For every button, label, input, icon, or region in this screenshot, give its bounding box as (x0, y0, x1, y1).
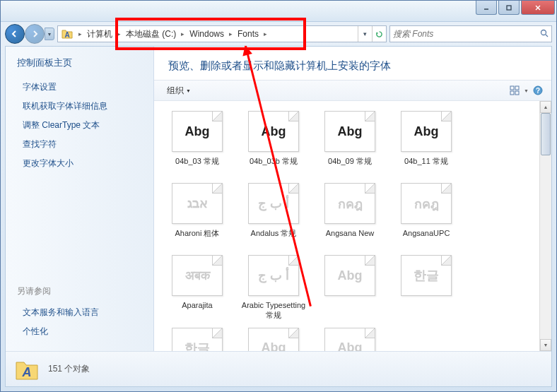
font-sample: กคฎ (414, 194, 439, 214)
help-button[interactable]: ? (532, 84, 544, 97)
chevron-right-icon[interactable]: ▸ (179, 30, 187, 37)
font-item[interactable]: अबकAparajita (161, 255, 233, 321)
scroll-thumb[interactable] (541, 113, 551, 155)
sidebar-link-find-char[interactable]: 查找字符 (17, 135, 142, 154)
crumb-drive-c[interactable]: 本地磁盘 (C:) (123, 26, 179, 42)
organize-button[interactable]: 组织 ▼ (161, 83, 197, 99)
address-bar: ▼ A ▸ 计算机 ▸ 本地磁盘 (C:) ▸ Windows ▸ Fonts … (1, 22, 556, 46)
crumb-windows[interactable]: Windows (187, 26, 227, 42)
search-icon[interactable] (540, 29, 549, 40)
font-label: AngsanaUPC (403, 228, 450, 248)
svg-rect-7 (510, 86, 514, 90)
address-dropdown[interactable]: ▾ (358, 26, 372, 42)
svg-rect-1 (507, 6, 511, 10)
svg-rect-8 (515, 86, 519, 90)
font-label: 04b_03 常规 (175, 156, 219, 176)
crumb-fonts[interactable]: Fonts (235, 26, 262, 42)
font-thumbnail: Abg (324, 255, 375, 296)
refresh-button[interactable] (372, 26, 386, 42)
font-label: Aparajita (182, 300, 212, 320)
font-label: Andalus 常规 (251, 228, 297, 248)
font-item[interactable]: Abg (238, 328, 310, 351)
crumb-computer[interactable]: 计算机 (84, 26, 115, 42)
nav-history-dropdown[interactable]: ▼ (45, 28, 54, 40)
font-grid: Abg04b_03 常规Abg04b_03b 常规Abg04b_09 常规Abg… (154, 101, 539, 351)
svg-rect-9 (510, 91, 514, 95)
sidebar-link-text-services[interactable]: 文本服务和输入语言 (17, 303, 142, 322)
font-thumbnail: กคฎ (401, 183, 452, 224)
font-item[interactable]: Abg (314, 255, 386, 321)
page-title: 预览、删除或者显示和隐藏计算机上安装的字体 (168, 59, 537, 73)
page-fold-icon (288, 112, 298, 121)
scroll-track[interactable] (540, 113, 551, 339)
sidebar: 控制面板主页 字体设置 联机获取字体详细信息 调整 ClearType 文本 查… (6, 47, 154, 351)
font-thumbnail: 한글 (401, 255, 452, 296)
font-item[interactable]: Abg04b_03b 常规 (238, 111, 310, 176)
status-count: 151 个对象 (48, 363, 90, 375)
font-item[interactable]: กคฎAngsana New (314, 183, 386, 248)
font-item[interactable]: Abg04b_09 常规 (314, 111, 386, 176)
font-item[interactable]: אבגAharoni 粗体 (161, 183, 233, 248)
font-thumbnail: Abg (172, 111, 223, 152)
explorer-window: ▼ A ▸ 计算机 ▸ 本地磁盘 (C:) ▸ Windows ▸ Fonts … (0, 0, 557, 392)
view-options-button[interactable] (508, 84, 521, 97)
svg-text:A: A (64, 31, 69, 39)
font-sample: Abg (338, 268, 363, 283)
sidebar-link-personalization[interactable]: 个性化 (17, 322, 142, 341)
scroll-down-button[interactable]: ▼ (540, 339, 551, 351)
font-item[interactable]: Abg04b_03 常规 (161, 111, 233, 176)
page-fold-icon (212, 256, 222, 266)
back-button[interactable] (5, 24, 25, 44)
window-buttons (476, 1, 556, 15)
chevron-down-icon[interactable]: ▼ (521, 88, 532, 93)
sidebar-link-online-fonts[interactable]: 联机获取字体详细信息 (17, 97, 142, 116)
font-thumbnail: أ ب ج (248, 255, 299, 296)
page-fold-icon (441, 112, 451, 121)
page-fold-icon (212, 184, 222, 194)
nav-buttons: ▼ (5, 24, 54, 44)
toolbar: 组织 ▼ ▼ ? (154, 80, 551, 101)
search-input[interactable] (393, 29, 540, 39)
chevron-right-icon[interactable]: ▸ (227, 30, 235, 37)
font-label: 04b_11 常规 (404, 156, 448, 176)
font-label: Arabic Typesetting 常规 (238, 300, 310, 321)
chevron-down-icon: ▼ (186, 88, 191, 93)
page-fold-icon (288, 328, 298, 338)
chevron-right-icon[interactable]: ▸ (262, 30, 269, 37)
sidebar-link-cleartype[interactable]: 调整 ClearType 文本 (17, 116, 142, 135)
content-area: 控制面板主页 字体设置 联机获取字体详细信息 调整 ClearType 文本 查… (6, 47, 551, 351)
font-sample: أ ب ج (258, 268, 289, 283)
svg-text:A: A (22, 365, 32, 379)
font-sample: Abg (338, 124, 363, 139)
font-thumbnail: Abg (324, 328, 375, 351)
chevron-right-icon[interactable]: ▸ (115, 30, 123, 37)
font-item[interactable]: 한글 (161, 328, 233, 351)
page-fold-icon (288, 184, 298, 194)
font-sample: กคฎ (338, 194, 363, 214)
page-fold-icon (365, 112, 375, 121)
font-label: 04b_09 常规 (328, 156, 372, 176)
font-item[interactable]: Abg (314, 328, 386, 351)
sidebar-link-font-settings[interactable]: 字体设置 (17, 78, 142, 97)
page-fold-icon (212, 112, 222, 121)
font-item[interactable]: أ ب جAndalus 常规 (238, 183, 310, 248)
scroll-up-button[interactable]: ▲ (540, 101, 551, 113)
font-item[interactable]: กคฎAngsanaUPC (390, 183, 462, 248)
maximize-button[interactable] (498, 1, 520, 15)
chevron-right-icon[interactable]: ▸ (76, 30, 84, 37)
font-item[interactable]: Abg04b_11 常规 (390, 111, 462, 176)
breadcrumb-bar[interactable]: A ▸ 计算机 ▸ 本地磁盘 (C:) ▸ Windows ▸ Fonts ▸ … (57, 25, 387, 42)
main-header: 预览、删除或者显示和隐藏计算机上安装的字体 (154, 47, 551, 80)
forward-button[interactable] (25, 24, 45, 44)
page-fold-icon (365, 184, 375, 194)
font-item[interactable]: 한글 (390, 255, 462, 321)
close-button[interactable] (521, 1, 555, 15)
font-thumbnail: أ ب ج (248, 183, 299, 224)
search-box[interactable] (389, 25, 552, 42)
scrollbar[interactable]: ▲ ▼ (539, 101, 551, 351)
sidebar-link-font-size[interactable]: 更改字体大小 (17, 154, 142, 173)
sidebar-title[interactable]: 控制面板主页 (17, 57, 142, 69)
font-label: Aharoni 粗体 (175, 228, 220, 248)
font-thumbnail: Abg (248, 111, 299, 152)
minimize-button[interactable] (476, 1, 497, 15)
